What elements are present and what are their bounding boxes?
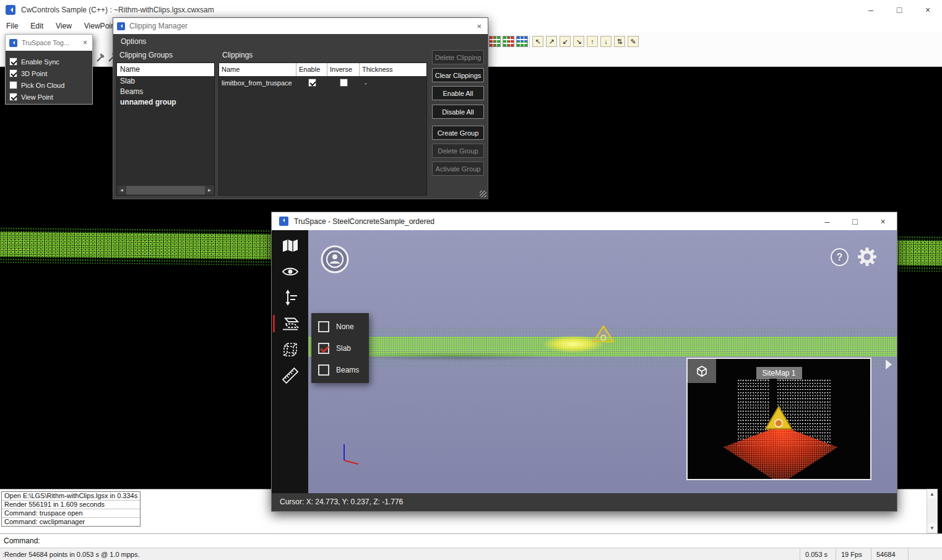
inverse-cell [327,79,360,87]
toggle-view-point[interactable]: View Point [6,91,92,103]
toggle-label: Enable Sync [21,58,59,66]
clipping-popup-menu: None Slab Beams [311,313,369,383]
checkbox[interactable] [318,364,329,376]
scroll-left-icon[interactable]: ◄ [117,186,126,195]
disable-all-button[interactable]: Disable All [432,105,484,119]
clip-option-beams[interactable]: Beams [311,359,369,381]
grid-view-icon-3[interactable] [516,36,528,47]
clip-option-label: Beams [336,366,359,374]
clear-clippings-button[interactable]: Clear Clippings [432,68,484,82]
limit-box-tool-button[interactable] [272,337,308,363]
create-group-button[interactable]: Create Group [432,126,484,140]
scroll-down-icon[interactable]: ▼ [927,523,937,533]
pick-tool-icon-6[interactable]: ↓ [600,36,611,47]
pick-tool-icon-1[interactable]: ↖ [532,36,543,47]
scrollbar-thumb[interactable] [126,186,205,194]
column-header-enable[interactable]: Enable [296,63,327,76]
pick-tool-icon-2[interactable]: ↗ [546,36,557,47]
groups-name-header[interactable]: Name [117,63,214,76]
sitemap-panel[interactable]: SiteMap 1 [686,358,871,480]
menu-file[interactable]: File [0,20,24,32]
toggles-close-button[interactable]: × [83,38,87,47]
main-titlebar[interactable]: CwControls Sample (C++) : ~Rithm-withCli… [0,0,942,19]
checkbox[interactable] [9,58,17,66]
truspace-viewport[interactable]: ? None Slab B [308,230,897,493]
ruler-icon [282,367,299,384]
help-button[interactable]: ? [831,248,849,266]
resize-grip[interactable] [480,191,486,197]
sitemap-scan-marker[interactable] [764,405,793,434]
axes-indicator [341,443,361,468]
pick-tool-icon-7[interactable]: ⇅ [614,36,625,47]
truspace-window: TruSpace - SteelConcreteSample_ordered –… [271,212,897,512]
main-minimize-button[interactable]: – [857,0,885,19]
truspace-maximize-button[interactable]: □ [841,212,869,230]
clipping-groups-list: Name Slab Beams unnamed group ◄ ► [116,62,215,196]
group-item-beams[interactable]: Beams [117,87,214,97]
enable-checkbox[interactable] [308,79,316,87]
checkbox[interactable] [9,93,17,101]
scroll-up-icon[interactable]: ▲ [927,489,937,499]
pick-tool-icon-8[interactable]: ✎ [628,36,639,47]
move-axis-tool-button[interactable] [272,285,308,311]
main-window-title: CwControls Sample (C++) : ~Rithm-withCli… [21,6,214,14]
checkbox[interactable] [9,81,17,89]
truspace-titlebar[interactable]: TruSpace - SteelConcreteSample_ordered –… [272,212,897,230]
clip-option-none[interactable]: None [311,316,369,337]
menu-edit[interactable]: Edit [24,20,50,32]
truspace-close-button[interactable]: × [869,212,897,230]
scroll-right-icon[interactable]: ► [205,186,214,195]
scan-position-marker[interactable] [592,325,615,346]
checkbox[interactable] [9,69,17,77]
log-line: Render 556191 in 1.609 seconds [2,501,140,509]
activate-group-button[interactable]: Activate Group [432,162,484,176]
options-menu[interactable]: Options [113,34,488,49]
panorama-button[interactable] [321,245,349,276]
column-header-name[interactable]: Name [219,63,296,76]
inverse-checkbox[interactable] [340,79,348,87]
grid-view-icon-1[interactable] [489,36,501,47]
cube-icon [695,365,709,377]
panel-expander-arrow[interactable] [886,360,892,369]
measure-tool-button[interactable] [272,363,308,389]
delete-clipping-button[interactable]: Delete Clipping [432,50,484,64]
toggle-3d-point[interactable]: 3D Point [6,67,92,79]
column-header-thickness[interactable]: Thickness [360,63,426,76]
group-item-unnamed[interactable]: unnamed group [117,97,214,108]
hammer-tool-icon-1[interactable] [95,52,106,63]
pick-tool-icon-4[interactable]: ↘ [573,36,584,47]
command-input[interactable]: Command: [0,533,942,548]
grid-view-icon-2[interactable] [503,36,514,47]
menu-view[interactable]: View [50,20,78,32]
clipping-manager-close-button[interactable]: × [477,22,482,31]
clip-option-slab[interactable]: Slab [311,337,369,359]
clipping-tool-button[interactable] [272,311,308,337]
pick-tool-icon-5[interactable]: ↑ [587,36,598,47]
sitemap-mode-button[interactable] [688,359,716,383]
status-render-time: 0.053 s [800,548,836,560]
enable-all-button[interactable]: Enable All [432,86,484,100]
clipping-row[interactable]: limitbox_from_truspace - [219,76,426,89]
settings-button[interactable] [857,247,877,269]
toggles-titlebar[interactable]: TruSpace Tog... × [6,35,92,51]
checkbox[interactable] [318,321,329,332]
log-scrollbar[interactable]: ▲ ▼ [927,489,938,533]
main-maximize-button[interactable]: □ [885,0,914,19]
pick-tool-icon-3[interactable]: ↙ [560,36,571,47]
groups-horizontal-scrollbar[interactable]: ◄ ► [117,186,214,195]
column-header-inverse[interactable]: Inverse [327,63,360,76]
checkbox[interactable] [318,343,329,354]
delete-group-button[interactable]: Delete Group [432,144,484,158]
eye-icon [282,266,299,277]
visibility-tool-button[interactable] [272,259,308,285]
group-item-slab[interactable]: Slab [117,76,214,87]
log-line: Command: cwclipmanager [2,518,140,526]
clipping-manager-title: Clipping Manager [129,22,188,30]
toggle-pick-on-cloud[interactable]: Pick On Cloud [6,79,92,91]
clipping-manager-titlebar[interactable]: Clipping Manager × [113,18,488,34]
log-line: Open E:\LGS\Rithm-withClips.lgsx in 0.33… [2,492,140,501]
toggle-enable-sync[interactable]: Enable Sync [6,56,92,67]
main-close-button[interactable]: × [914,0,942,19]
truspace-minimize-button[interactable]: – [813,212,841,230]
sitemap-tool-button[interactable] [272,233,308,259]
